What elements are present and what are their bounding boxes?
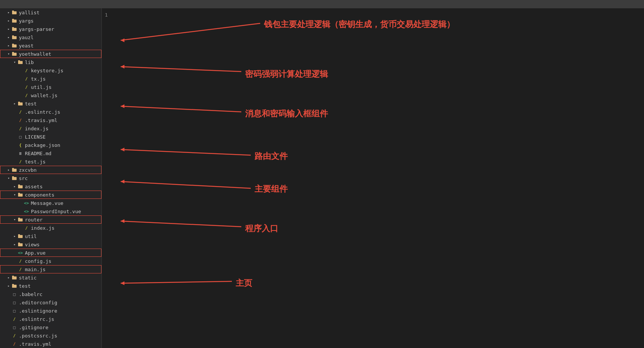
svg-rect-10 (12, 53, 17, 56)
svg-rect-20 (18, 185, 23, 188)
tree-item-PasswordInput.vue[interactable]: <>PasswordInput.vue (0, 207, 101, 215)
tree-item-Message.vue[interactable]: <>Message.vue (0, 199, 101, 207)
tree-item-.travis.yml[interactable]: /.travis.yml (0, 116, 101, 124)
folder-icon-yargs-parser (11, 26, 17, 32)
svg-text:消息和密码输入框组件: 消息和密码输入框组件 (245, 109, 328, 118)
tree-item-components[interactable]: ▾components (0, 191, 101, 199)
tree-label-test.js: test.js (25, 159, 100, 165)
tree-item-.eslintrc.js-root[interactable]: /.eslintrc.js (0, 315, 101, 323)
tree-label-.travis.yml: .travis.yml (25, 118, 100, 123)
tree-item-test.js[interactable]: /test.js (0, 157, 101, 166)
folder-arrow-yargs[interactable]: ▸ (6, 18, 11, 23)
tree-item-main.js[interactable]: /main.js (0, 265, 101, 273)
tree-item-src[interactable]: ▾src (0, 174, 101, 182)
tree-label-src: src (19, 176, 100, 181)
svg-rect-1 (12, 11, 14, 12)
tree-item-wallet.js[interactable]: /wallet.js (0, 91, 101, 99)
tree-item-keystore.js[interactable]: /keystore.js (0, 66, 101, 75)
folder-arrow-test-root[interactable]: ▸ (6, 283, 11, 288)
folder-arrow-views[interactable]: ▸ (12, 242, 17, 247)
svg-rect-22 (18, 194, 23, 197)
folder-arrow-yallist[interactable]: ▸ (6, 10, 11, 15)
tree-item-util[interactable]: ▸util (0, 232, 101, 240)
folder-arrow-test[interactable]: ▸ (12, 101, 17, 106)
tree-label-util: util (25, 234, 100, 239)
folder-arrow-router[interactable]: ▾ (12, 217, 17, 222)
tree-item-README.md[interactable]: ≡README.md (0, 149, 101, 157)
tree-label-tx.js: tx.js (31, 76, 100, 82)
svg-rect-13 (18, 60, 20, 61)
file-icon-util.js: / (23, 84, 29, 90)
tree-item-static[interactable]: ▸static (0, 273, 101, 282)
svg-rect-27 (18, 234, 20, 235)
tree-label-.postcssrc.js: .postcssrc.js (19, 333, 100, 339)
tree-item-assets[interactable]: ▸assets (0, 182, 101, 191)
tree-label-package.json: package.json (25, 142, 100, 148)
svg-rect-14 (18, 102, 23, 105)
svg-rect-23 (18, 193, 20, 194)
tree-item-yargs[interactable]: ▸yargs (0, 17, 101, 25)
tree-item-yargs-parser[interactable]: ▸yargs-parser (0, 25, 101, 33)
svg-rect-28 (18, 243, 23, 246)
tree-item-test-root[interactable]: ▸test (0, 282, 101, 290)
tree-label-yauzl: yauzl (19, 35, 100, 40)
file-icon-main.js: / (17, 266, 23, 272)
folder-arrow-util[interactable]: ▸ (12, 234, 17, 239)
tree-item-config.js[interactable]: /config.js (0, 257, 101, 265)
svg-line-35 (121, 23, 260, 40)
tree-item-tx.js[interactable]: /tx.js (0, 75, 101, 83)
folder-arrow-yauzl[interactable]: ▸ (6, 35, 11, 40)
svg-text:主页: 主页 (236, 278, 253, 288)
svg-rect-5 (12, 27, 14, 28)
tree-label-config.js: config.js (25, 258, 100, 264)
folder-arrow-components[interactable]: ▾ (12, 192, 17, 197)
tree-item-yauzl[interactable]: ▸yauzl (0, 33, 101, 41)
folder-icon-yauzl (11, 34, 17, 40)
svg-rect-4 (12, 28, 17, 31)
tree-label-yallist: yallist (19, 10, 100, 15)
tree-item-.babelrc[interactable]: □.babelrc (0, 290, 101, 298)
folder-arrow-assets[interactable]: ▸ (12, 184, 17, 189)
tree-item-.gitignore[interactable]: □.gitignore (0, 323, 101, 331)
folder-arrow-yargs-parser[interactable]: ▸ (6, 26, 11, 32)
tree-item-lib[interactable]: ▾lib (0, 58, 101, 66)
tree-item-test[interactable]: ▸test (0, 99, 101, 108)
svg-rect-2 (12, 20, 17, 23)
tree-item-App.vue[interactable]: <>App.vue (0, 249, 101, 257)
svg-rect-18 (12, 177, 17, 180)
tree-item-.eslintignore[interactable]: □.eslintignore (0, 307, 101, 315)
svg-rect-3 (12, 19, 14, 20)
tree-item-util.js[interactable]: /util.js (0, 83, 101, 91)
tree-label-zxcvbn: zxcvbn (19, 167, 100, 173)
folder-arrow-yeast[interactable]: ▸ (6, 43, 11, 48)
tree-label-.editorconfig: .editorconfig (19, 300, 100, 305)
tree-label-.eslintrc.js-root: .eslintrc.js (19, 316, 100, 322)
folder-arrow-yoethwallet[interactable]: ▾ (6, 51, 11, 56)
svg-line-47 (121, 182, 251, 188)
tree-item-yallist[interactable]: ▸yallist (0, 8, 101, 17)
tree-item-index.js[interactable]: /index.js (0, 124, 101, 133)
tree-item-yeast[interactable]: ▸yeast (0, 41, 101, 50)
tree-item-router-index.js[interactable]: /index.js (0, 224, 101, 232)
folder-icon-zxcvbn (11, 167, 17, 173)
top-bar (0, 0, 644, 8)
tree-item-.editorconfig[interactable]: □.editorconfig (0, 298, 101, 307)
tree-item-zxcvbn[interactable]: ▸zxcvbn (0, 166, 101, 174)
tree-label-components: components (25, 192, 100, 198)
tree-item-.eslintrc.js[interactable]: /.eslintrc.js (0, 108, 101, 116)
folder-arrow-static[interactable]: ▸ (6, 275, 11, 280)
tree-item-package.json[interactable]: {package.json (0, 141, 101, 149)
folder-arrow-src[interactable]: ▾ (6, 176, 11, 181)
file-icon-App.vue: <> (17, 250, 23, 256)
folder-arrow-zxcvbn[interactable]: ▸ (6, 167, 11, 172)
tree-item-yoethwallet[interactable]: ▾yoethwallet (0, 50, 101, 58)
folder-arrow-lib[interactable]: ▾ (12, 60, 17, 65)
file-icon-Message.vue: <> (23, 200, 29, 206)
tree-label-wallet.js: wallet.js (31, 93, 100, 98)
file-icon-.gitignore: □ (11, 324, 17, 330)
tree-item-router[interactable]: ▾router (0, 215, 101, 224)
tree-item-.travis.yml-root[interactable]: /.travis.yml (0, 340, 101, 348)
tree-item-.postcssrc.js[interactable]: /.postcssrc.js (0, 331, 101, 340)
tree-item-views[interactable]: ▸views (0, 240, 101, 249)
tree-item-LICENSE[interactable]: □LICENSE (0, 133, 101, 141)
